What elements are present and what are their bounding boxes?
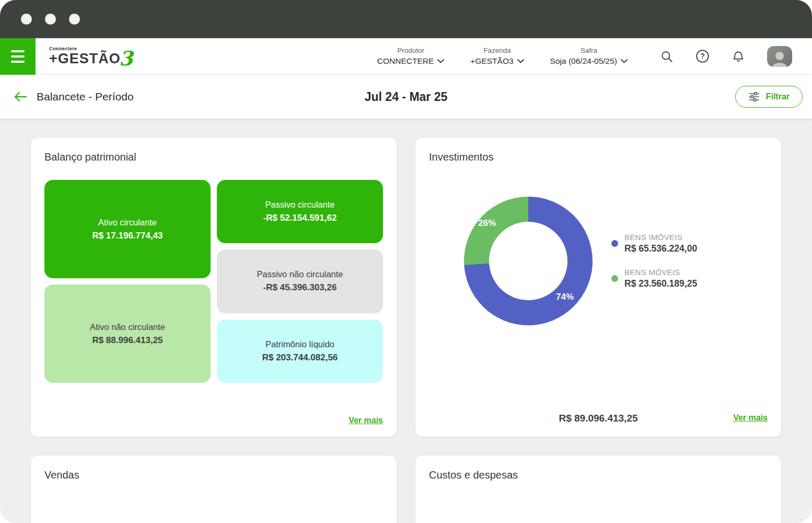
investments-card-title: Investimentos (429, 151, 768, 163)
page-title: Balancete - Período (37, 90, 134, 103)
donut-chart[interactable]: 26% 74% (464, 197, 593, 325)
period-range: Jul 24 - Mar 25 (365, 90, 448, 104)
legend-dot-green (611, 275, 618, 282)
box-label: Ativo não circulante (90, 322, 165, 332)
brand-logo: Connectere +GESTÃO 3 (49, 47, 133, 66)
donut-label-bens-imoveis: 74% (556, 292, 574, 302)
producer-value: CONNECTERE (377, 56, 434, 66)
legend-item-bens-imoveis[interactable]: BENS IMÓVEIS R$ 65.536.224,00 (611, 233, 697, 254)
investments-total: R$ 89.096.413,25 (429, 413, 768, 424)
box-label: Ativo circulante (98, 218, 157, 228)
box-value: -R$ 52.154.591,62 (263, 213, 337, 223)
sales-card-title: Vendas (44, 469, 383, 481)
brand-logo-digit: 3 (119, 52, 133, 65)
balance-sheet-card: Balanço patrimonial Ativo circulante R$ … (31, 138, 397, 437)
back-arrow-icon (14, 92, 27, 102)
app-header: Connectere +GESTÃO 3 Produtor CONNECTERE… (0, 38, 812, 75)
box-passivo-nao-circulante[interactable]: Passivo não circulante -R$ 45.396.303,26 (217, 249, 383, 313)
donut-label-bens-moveis: 26% (478, 218, 496, 229)
farm-label: Fazenda (470, 47, 524, 54)
balance-boxes: Ativo circulante R$ 17.196.774,43 Ativo … (44, 180, 383, 383)
filter-button[interactable]: Filtrar (735, 86, 803, 108)
season-value: Soja (06/24-05/25) (550, 56, 617, 66)
hamburger-icon (11, 61, 25, 63)
legend-dot-blue (611, 240, 618, 247)
box-value: R$ 17.196.774,43 (92, 231, 163, 241)
dashboard-content: Balanço patrimonial Ativo circulante R$ … (0, 119, 812, 523)
season-label: Safra (550, 47, 628, 54)
box-value: R$ 203.744.082,56 (262, 353, 338, 363)
search-button[interactable] (660, 50, 674, 63)
investments-card: Investimentos 26% 74% BENS IMÓVEIS R$ 65… (415, 138, 781, 437)
investments-ver-mais-link[interactable]: Ver mais (733, 413, 768, 423)
legend-value: R$ 65.536.224,00 (624, 243, 697, 254)
box-value: R$ 88.996.413,25 (92, 335, 163, 346)
window-control-dot[interactable] (45, 14, 56, 25)
box-label: Passivo não circulante (257, 269, 343, 279)
hamburger-menu-button[interactable] (0, 38, 36, 75)
chevron-down-icon (437, 59, 444, 63)
app-window: Connectere +GESTÃO 3 Produtor CONNECTERE… (0, 0, 812, 523)
header-icons: ? (660, 46, 792, 67)
investments-chart-row: 26% 74% BENS IMÓVEIS R$ 65.536.224,00 (429, 197, 768, 325)
farm-dropdown[interactable]: Fazenda +GESTÃO3 (470, 47, 524, 66)
season-dropdown[interactable]: Safra Soja (06/24-05/25) (550, 47, 628, 66)
legend-name: BENS IMÓVEIS (624, 233, 697, 242)
box-label: Passivo circulante (265, 200, 335, 210)
farm-value: +GESTÃO3 (470, 56, 513, 66)
filter-button-label: Filtrar (766, 92, 790, 101)
box-ativo-nao-circulante[interactable]: Ativo não circulante R$ 88.996.413,25 (44, 285, 211, 383)
box-passivo-circulante[interactable]: Passivo circulante -R$ 52.154.591,62 (217, 180, 383, 243)
sales-card: Vendas (31, 456, 397, 523)
search-icon (660, 50, 674, 63)
box-ativo-circulante[interactable]: Ativo circulante R$ 17.196.774,43 (44, 180, 211, 278)
box-label: Patrimônio líquido (265, 339, 334, 349)
chart-legend: BENS IMÓVEIS R$ 65.536.224,00 BENS MÓVEI… (611, 233, 697, 289)
help-button[interactable]: ? (695, 49, 710, 63)
box-value: -R$ 45.396.303,26 (263, 282, 337, 293)
hamburger-icon (11, 50, 25, 52)
page-subheader: Balancete - Período Jul 24 - Mar 25 Filt… (0, 75, 812, 119)
filter-icon (748, 92, 760, 102)
notifications-button[interactable] (732, 50, 745, 63)
chevron-down-icon (517, 59, 524, 63)
producer-label: Produtor (377, 47, 445, 54)
context-nav: Produtor CONNECTERE Fazenda +GESTÃO3 Saf… (377, 47, 628, 66)
box-patrimonio-liquido[interactable]: Patrimônio líquido R$ 203.744.082,56 (217, 320, 383, 383)
balance-ver-mais-link[interactable]: Ver mais (349, 416, 383, 425)
help-icon: ? (695, 49, 710, 63)
legend-value: R$ 23.560.189,25 (624, 278, 697, 289)
balance-card-title: Balanço patrimonial (44, 151, 383, 163)
bell-icon (732, 50, 745, 63)
os-titlebar (0, 0, 812, 38)
window-control-dot[interactable] (21, 14, 32, 25)
costs-card-title: Custos e despesas (429, 469, 768, 481)
costs-expenses-card: Custos e despesas (415, 456, 781, 523)
back-button[interactable] (10, 88, 30, 105)
window-control-dot[interactable] (69, 14, 80, 25)
legend-item-bens-moveis[interactable]: BENS MÓVEIS R$ 23.560.189,25 (611, 268, 697, 289)
user-avatar[interactable] (767, 46, 792, 67)
legend-name: BENS MÓVEIS (624, 268, 697, 277)
chevron-down-icon (621, 59, 628, 63)
producer-dropdown[interactable]: Produtor CONNECTERE (377, 47, 445, 66)
hamburger-icon (11, 55, 25, 58)
brand-logo-main: +GESTÃO (49, 52, 121, 66)
svg-text:?: ? (700, 52, 705, 60)
